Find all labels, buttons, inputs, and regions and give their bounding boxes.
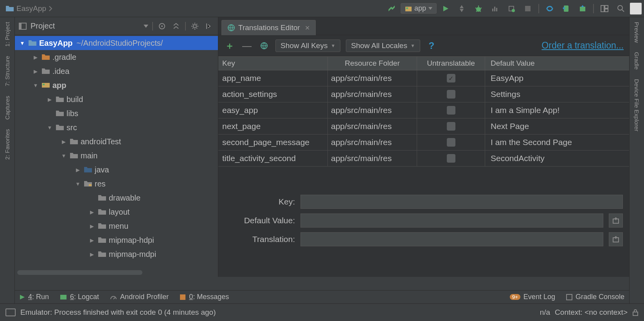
cell-key[interactable]: next_page [218,118,328,134]
attach-debugger-icon[interactable] [504,3,519,14]
filter-keys-dropdown[interactable]: Show All Keys▼ [275,39,340,52]
project-tree-hscroll[interactable] [17,270,216,275]
browse-default-value-button[interactable] [609,213,623,228]
tool-event-log[interactable]: 9+Event Log [510,293,555,301]
cell-default-value[interactable]: EasyApp [485,70,629,86]
status-context[interactable]: Context: <no context> [555,308,628,317]
table-row[interactable]: title_activity_secondapp/src/main/resSec… [218,151,629,167]
tool-favorites[interactable]: 2: Favorites [4,129,11,160]
tool-gradle-console[interactable]: Gradle Console [566,293,624,301]
cell-key[interactable]: title_activity_second [218,151,328,166]
help-icon[interactable]: ? [426,40,437,52]
tree-node-idea[interactable]: ▶.idea [15,64,218,78]
cell-default-value[interactable]: SecondActivity [485,151,629,166]
filter-locales-dropdown[interactable]: Show All Locales▼ [346,39,420,52]
tool-structure[interactable]: 7: Structure [4,56,11,86]
cell-key[interactable]: second_page_message [218,134,328,150]
gear-icon[interactable] [190,21,200,31]
run-icon[interactable] [438,3,453,14]
profiler-icon[interactable] [487,3,502,14]
input-key[interactable] [300,195,623,209]
tree-node-mipmap-mdpi[interactable]: ▶mipmap-mdpi [15,247,218,261]
add-key-button[interactable]: ＋ [224,40,236,52]
table-row[interactable]: action_settingsapp/src/main/resSettings [218,86,629,102]
cell-default-value[interactable]: I am the Second Page [485,134,629,150]
tool-messages[interactable]: 0: Messages [180,293,229,301]
checkbox-untranslatable[interactable] [447,122,455,131]
table-row[interactable]: second_page_messageapp/src/main/resI am … [218,134,629,151]
status-toggle-icon[interactable] [5,308,16,316]
search-icon[interactable] [613,3,628,14]
cell-default-value[interactable]: Next Page [485,118,629,134]
checkbox-untranslatable[interactable] [447,106,455,115]
checkbox-untranslatable[interactable]: ✓ [447,74,455,82]
close-tab-icon[interactable]: ✕ [305,24,310,32]
checkbox-untranslatable[interactable] [447,90,455,99]
tree-node-mipmap-hdpi[interactable]: ▶mipmap-hdpi [15,233,218,247]
tool-project[interactable]: 1: Project [4,22,11,47]
input-translation[interactable] [300,232,603,246]
tool-preview[interactable]: Preview [633,22,640,43]
checkbox-untranslatable[interactable] [447,154,455,163]
tool-device-file-explorer[interactable]: Device File Explorer [633,79,640,131]
cell-untranslatable[interactable] [417,86,485,102]
tool-captures[interactable]: Captures [4,96,11,120]
chevron-down-icon[interactable] [144,25,148,28]
cell-key[interactable]: easy_app [218,102,328,118]
tree-node-res[interactable]: ▼res [15,177,218,191]
order-translation-link[interactable]: Order a translation... [541,40,624,51]
tool-gradle[interactable]: Gradle [633,52,640,70]
cell-untranslatable[interactable] [417,118,485,134]
input-default-value[interactable] [300,213,603,228]
tree-node-src[interactable]: ▼src [15,120,218,134]
col-default-value[interactable]: Default Value [485,57,629,70]
breadcrumb[interactable]: EasyApp [2,4,52,13]
lock-icon[interactable] [632,309,639,316]
table-row[interactable]: easy_appapp/src/main/resI am a Simple Ap… [218,102,629,118]
cell-untranslatable[interactable]: ✓ [417,70,485,86]
cell-untranslatable[interactable] [417,134,485,150]
hide-panel-icon[interactable] [204,21,214,31]
stop-icon[interactable] [520,3,535,14]
tab-translations-editor[interactable]: Translations Editor ✕ [221,20,316,35]
cell-key[interactable]: action_settings [218,86,328,102]
avatar[interactable] [630,3,642,14]
cell-resource-folder[interactable]: app/src/main/res [328,118,417,134]
table-row[interactable]: app_nameapp/src/main/res✓EasyApp [218,70,629,86]
col-resource-folder[interactable]: Resource Folder [328,57,417,70]
tree-node-build[interactable]: ▶build [15,92,218,106]
cell-resource-folder[interactable]: app/src/main/res [328,134,417,150]
sdk-manager-icon[interactable] [575,3,590,14]
tree-root[interactable]: ▼ EasyApp ~/AndroidStudioProjects/ [15,36,218,50]
tree-node-java[interactable]: ▶java [15,163,218,177]
tree-node-gradle[interactable]: ▶.gradle [15,50,218,64]
run-config-selector[interactable]: app [401,3,437,14]
table-row[interactable]: next_pageapp/src/main/resNext Page [218,118,629,134]
tool-logcat[interactable]: 6: Logcat [60,293,99,301]
project-tree[interactable]: ▼ EasyApp ~/AndroidStudioProjects/ ▶.gra… [15,35,218,269]
tree-node-app[interactable]: ▼app [15,78,218,92]
tool-run[interactable]: 4: Run [20,293,49,301]
tree-node-menu[interactable]: ▶menu [15,219,218,233]
tool-android-profiler[interactable]: Android Profiler [110,293,169,301]
cell-untranslatable[interactable] [417,151,485,166]
cell-resource-folder[interactable]: app/src/main/res [328,102,417,118]
browse-translation-button[interactable] [609,232,623,246]
apply-changes-icon[interactable] [455,3,470,14]
collapse-all-icon[interactable] [171,21,181,31]
cell-key[interactable]: app_name [218,70,328,86]
cell-default-value[interactable]: Settings [485,86,629,102]
debug-icon[interactable] [471,3,486,14]
tree-node-main[interactable]: ▼main [15,149,218,163]
cell-default-value[interactable]: I am a Simple App! [485,102,629,118]
cell-resource-folder[interactable]: app/src/main/res [328,86,417,102]
tree-node-androidtest[interactable]: ▶androidTest [15,134,218,149]
cell-untranslatable[interactable] [417,102,485,118]
cell-resource-folder[interactable]: app/src/main/res [328,151,417,166]
layout-inspector-icon[interactable] [597,3,612,14]
add-locale-button[interactable] [258,40,270,52]
tree-node-drawable[interactable]: drawable [15,191,218,205]
col-untranslatable[interactable]: Untranslatable [417,57,485,70]
avd-manager-icon[interactable] [559,3,574,14]
col-key[interactable]: Key [218,57,328,70]
